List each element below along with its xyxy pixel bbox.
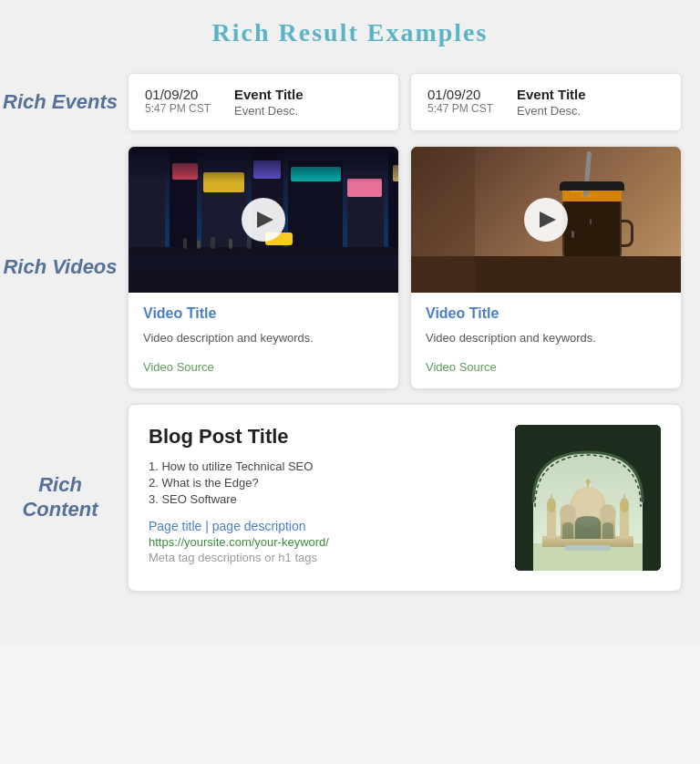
video-card-body-1: Video Title Video description and keywor… bbox=[129, 293, 398, 388]
videos-section: Rich Videos bbox=[0, 146, 700, 389]
event-time-1: 5:47 PM CST bbox=[145, 102, 218, 115]
content-section-label: Rich Content bbox=[0, 473, 128, 521]
content-card-title: Blog Post Title bbox=[149, 425, 499, 449]
events-cards: 01/09/20 5:47 PM CST Event Title Event D… bbox=[128, 73, 700, 131]
event-info-2: Event Title Event Desc. bbox=[517, 87, 586, 118]
video-card-2: Video Title Video description and keywor… bbox=[410, 146, 682, 389]
list-item-3: 3. SEO Software bbox=[149, 492, 499, 506]
play-icon-1 bbox=[257, 212, 273, 228]
event-card-2: 01/09/20 5:47 PM CST Event Title Event D… bbox=[410, 73, 682, 131]
event-time-2: 5:47 PM CST bbox=[427, 102, 500, 115]
event-desc-1: Event Desc. bbox=[234, 104, 304, 118]
content-section: Rich Content Blog Post Title 1. How to u… bbox=[0, 404, 700, 592]
svg-point-15 bbox=[560, 504, 576, 522]
svg-point-14 bbox=[586, 479, 591, 483]
content-card-list: 1. How to utilize Technical SEO 2. What … bbox=[149, 459, 499, 506]
video-card-1: Video Title Video description and keywor… bbox=[128, 146, 399, 389]
video-thumbnail-1 bbox=[129, 147, 398, 293]
taj-mahal-svg bbox=[515, 425, 661, 571]
videos-cards: Video Title Video description and keywor… bbox=[128, 146, 700, 389]
content-card-wrapper: Blog Post Title 1. How to utilize Techni… bbox=[128, 404, 700, 592]
page-wrapper: Rich Result Examples Rich Events 01/09/2… bbox=[0, 0, 700, 646]
content-card-meta: Meta tag descriptions or h1 tags bbox=[149, 551, 499, 564]
content-card: Blog Post Title 1. How to utilize Techni… bbox=[128, 404, 682, 592]
svg-rect-17 bbox=[565, 545, 611, 551]
play-icon-2 bbox=[540, 212, 556, 228]
video-thumbnail-2 bbox=[411, 147, 681, 293]
content-card-left: Blog Post Title 1. How to utilize Techni… bbox=[149, 425, 499, 571]
video-card-source-2[interactable]: Video Source bbox=[426, 360, 666, 374]
video-card-body-2: Video Title Video description and keywor… bbox=[411, 293, 681, 388]
event-card-1: 01/09/20 5:47 PM CST Event Title Event D… bbox=[128, 73, 399, 131]
video-card-desc-2: Video description and keywords. bbox=[426, 329, 666, 347]
content-card-url[interactable]: https://yoursite.com/your-keyword/ bbox=[149, 535, 499, 549]
svg-point-6 bbox=[547, 498, 556, 512]
event-date-2: 01/09/20 bbox=[427, 87, 500, 102]
video-card-title-1: Video Title bbox=[143, 305, 384, 322]
content-card-image bbox=[515, 425, 661, 571]
list-item-2: 2. What is the Edge? bbox=[149, 476, 499, 490]
events-section-label: Rich Events bbox=[0, 90, 128, 114]
video-card-source-1[interactable]: Video Source bbox=[143, 360, 384, 374]
video-card-title-2: Video Title bbox=[426, 305, 666, 322]
event-datetime-2: 01/09/20 5:47 PM CST bbox=[427, 87, 500, 115]
svg-point-16 bbox=[600, 504, 616, 522]
event-desc-2: Event Desc. bbox=[517, 104, 586, 118]
list-item-1: 1. How to utilize Technical SEO bbox=[149, 459, 499, 473]
event-title-2: Event Title bbox=[517, 87, 586, 102]
page-title: Rich Result Examples bbox=[0, 18, 700, 47]
event-info-1: Event Title Event Desc. bbox=[234, 87, 304, 118]
video-play-button-1[interactable] bbox=[242, 198, 285, 242]
video-play-button-2[interactable] bbox=[524, 198, 568, 242]
events-section: Rich Events 01/09/20 5:47 PM CST Event T… bbox=[0, 73, 700, 131]
event-title-1: Event Title bbox=[234, 87, 304, 102]
svg-point-9 bbox=[620, 498, 629, 512]
event-datetime-1: 01/09/20 5:47 PM CST bbox=[145, 87, 218, 115]
videos-section-label: Rich Videos bbox=[0, 255, 128, 279]
video-card-desc-1: Video description and keywords. bbox=[143, 329, 384, 347]
event-date-1: 01/09/20 bbox=[145, 87, 218, 102]
content-card-page-title[interactable]: Page title | page description bbox=[149, 519, 499, 533]
